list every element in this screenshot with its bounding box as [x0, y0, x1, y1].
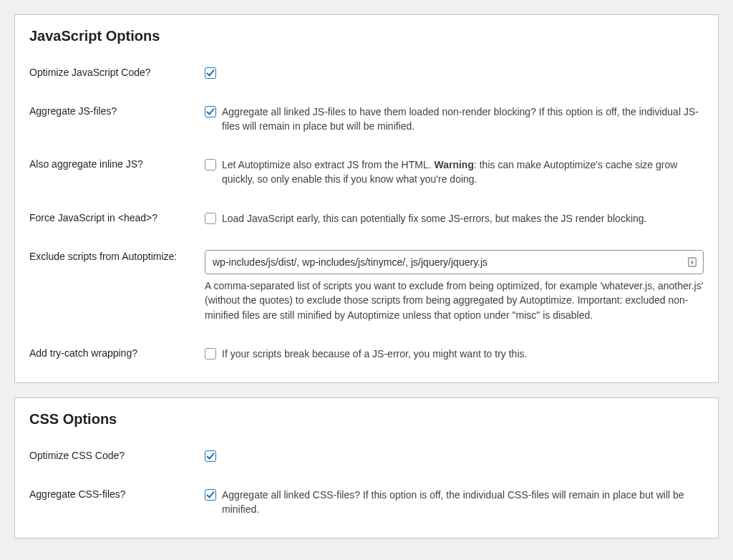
label-inline-js: Also aggregate inline JS? — [29, 158, 205, 172]
checkbox-inline-js[interactable] — [205, 159, 216, 170]
checkbox-optimize-js[interactable] — [205, 67, 216, 79]
checkbox-forcehead-js[interactable] — [205, 213, 216, 224]
label-exclude-js: Exclude scripts from Autoptimize: — [29, 250, 205, 264]
row-aggregate-css: Aggregate CSS-files? Aggregate all linke… — [29, 488, 704, 517]
checkbox-optimize-css[interactable] — [205, 450, 216, 462]
autofill-icon — [686, 256, 698, 268]
label-trycatch-js: Add try-catch wrapping? — [29, 347, 205, 361]
help-exclude-js: A comma-separated list of scripts you wa… — [205, 279, 704, 322]
js-section-title: JavaScript Options — [29, 28, 704, 44]
settings-page: JavaScript Options Optimize JavaScript C… — [0, 0, 733, 560]
exclude-scripts-input[interactable] — [205, 250, 704, 274]
row-trycatch-js: Add try-catch wrapping? If your scripts … — [29, 347, 704, 361]
desc-trycatch-js: If your scripts break because of a JS-er… — [222, 347, 527, 361]
label-aggregate-js: Aggregate JS-files? — [29, 105, 205, 119]
desc-inline-js-before: Let Autoptimize also extract JS from the… — [222, 159, 434, 170]
row-aggregate-js: Aggregate JS-files? Aggregate all linked… — [29, 105, 704, 134]
label-aggregate-css: Aggregate CSS-files? — [29, 488, 205, 502]
exclude-input-wrap — [205, 250, 704, 274]
desc-forcehead-js: Load JavaScript early, this can potentia… — [222, 211, 646, 226]
desc-aggregate-css: Aggregate all linked CSS-files? If this … — [222, 488, 704, 517]
css-section-title: CSS Options — [29, 411, 704, 428]
desc-inline-js: Let Autoptimize also extract JS from the… — [222, 158, 704, 187]
label-forcehead-js: Force JavaScript in <head>? — [29, 211, 205, 226]
checkbox-trycatch-js[interactable] — [205, 348, 216, 359]
checkbox-aggregate-css[interactable] — [205, 489, 216, 501]
label-optimize-js: Optimize JavaScript Code? — [29, 66, 205, 80]
desc-inline-js-strong: Warning — [434, 159, 473, 170]
row-optimize-js: Optimize JavaScript Code? — [29, 66, 704, 80]
row-inline-js: Also aggregate inline JS? Let Autoptimiz… — [29, 158, 704, 187]
row-exclude-js: Exclude scripts from Autoptimize: A comm… — [29, 250, 704, 322]
checkbox-aggregate-js[interactable] — [205, 106, 216, 117]
javascript-options-panel: JavaScript Options Optimize JavaScript C… — [14, 14, 719, 383]
label-optimize-css: Optimize CSS Code? — [29, 449, 205, 463]
css-options-panel: CSS Options Optimize CSS Code? Aggregate… — [14, 397, 719, 539]
row-optimize-css: Optimize CSS Code? — [29, 449, 704, 463]
row-forcehead-js: Force JavaScript in <head>? Load JavaScr… — [29, 211, 704, 226]
desc-aggregate-js: Aggregate all linked JS-files to have th… — [222, 105, 704, 134]
